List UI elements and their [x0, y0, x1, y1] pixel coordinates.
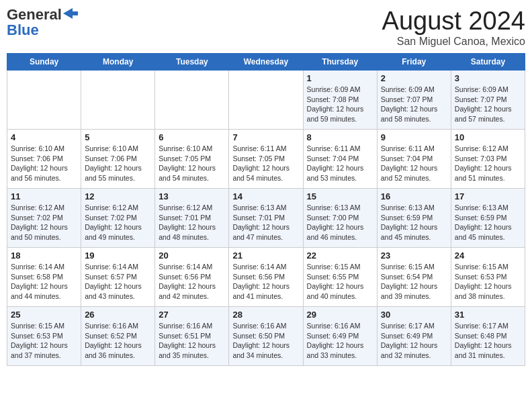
day-number: 24: [455, 250, 521, 261]
calendar-cell: 1Sunrise: 6:09 AMSunset: 7:08 PMDaylight…: [303, 71, 377, 130]
calendar-cell: 11Sunrise: 6:12 AMSunset: 7:02 PMDayligh…: [7, 189, 81, 248]
weekday-header-row: SundayMondayTuesdayWednesdayThursdayFrid…: [7, 54, 525, 71]
day-number: 5: [85, 132, 151, 142]
day-info: Sunrise: 6:14 AMSunset: 6:56 PMDaylight:…: [232, 262, 299, 302]
day-number: 15: [307, 191, 373, 201]
calendar-cell: 14Sunrise: 6:13 AMSunset: 7:01 PMDayligh…: [229, 189, 303, 248]
calendar-cell: 28Sunrise: 6:16 AMSunset: 6:50 PMDayligh…: [229, 307, 303, 366]
day-number: 14: [232, 191, 299, 201]
day-number: 1: [307, 73, 373, 83]
day-number: 20: [159, 250, 225, 261]
weekday-header: Monday: [81, 54, 155, 71]
day-info: Sunrise: 6:15 AMSunset: 6:53 PMDaylight:…: [455, 262, 521, 302]
day-info: Sunrise: 6:13 AMSunset: 7:00 PMDaylight:…: [307, 203, 373, 242]
day-number: 10: [455, 132, 521, 142]
calendar-week-row: 4Sunrise: 6:10 AMSunset: 7:06 PMDaylight…: [7, 130, 525, 189]
calendar-cell: 13Sunrise: 6:12 AMSunset: 7:01 PMDayligh…: [155, 189, 229, 248]
calendar-cell: [7, 71, 81, 130]
day-info: Sunrise: 6:09 AMSunset: 7:08 PMDaylight:…: [307, 85, 373, 124]
calendar-cell: 23Sunrise: 6:15 AMSunset: 6:54 PMDayligh…: [377, 248, 451, 307]
calendar-cell: 16Sunrise: 6:13 AMSunset: 6:59 PMDayligh…: [377, 189, 451, 248]
calendar-cell: 19Sunrise: 6:14 AMSunset: 6:57 PMDayligh…: [81, 248, 155, 307]
day-number: 13: [159, 191, 225, 201]
day-number: 26: [85, 310, 151, 320]
calendar-cell: [155, 71, 229, 130]
day-number: 27: [159, 310, 225, 320]
calendar-cell: 10Sunrise: 6:12 AMSunset: 7:03 PMDayligh…: [451, 130, 525, 189]
day-number: 23: [381, 250, 447, 261]
logo-text: General: [7, 7, 62, 23]
day-number: 29: [307, 310, 373, 320]
calendar-table: SundayMondayTuesdayWednesdayThursdayFrid…: [7, 53, 525, 366]
day-info: Sunrise: 6:16 AMSunset: 6:50 PMDaylight:…: [232, 321, 299, 361]
day-info: Sunrise: 6:12 AMSunset: 7:02 PMDaylight:…: [85, 203, 151, 242]
day-info: Sunrise: 6:12 AMSunset: 7:02 PMDaylight:…: [11, 203, 77, 242]
page-header: General Blue August 2024 San Miguel Cano…: [7, 7, 525, 48]
day-info: Sunrise: 6:14 AMSunset: 6:58 PMDaylight:…: [11, 262, 77, 302]
day-info: Sunrise: 6:13 AMSunset: 6:59 PMDaylight:…: [381, 203, 447, 242]
day-info: Sunrise: 6:17 AMSunset: 6:48 PMDaylight:…: [455, 321, 521, 361]
day-info: Sunrise: 6:12 AMSunset: 7:01 PMDaylight:…: [159, 203, 225, 242]
day-info: Sunrise: 6:15 AMSunset: 6:54 PMDaylight:…: [381, 262, 447, 302]
day-number: 9: [381, 132, 447, 142]
day-info: Sunrise: 6:12 AMSunset: 7:03 PMDaylight:…: [455, 144, 521, 183]
day-info: Sunrise: 6:10 AMSunset: 7:06 PMDaylight:…: [85, 144, 151, 183]
day-info: Sunrise: 6:09 AMSunset: 7:07 PMDaylight:…: [455, 85, 521, 124]
weekday-header: Saturday: [451, 54, 525, 71]
day-info: Sunrise: 6:15 AMSunset: 6:53 PMDaylight:…: [11, 321, 77, 361]
day-number: 6: [159, 132, 225, 142]
day-info: Sunrise: 6:17 AMSunset: 6:49 PMDaylight:…: [381, 321, 447, 361]
calendar-cell: 3Sunrise: 6:09 AMSunset: 7:07 PMDaylight…: [451, 71, 525, 130]
day-info: Sunrise: 6:15 AMSunset: 6:55 PMDaylight:…: [307, 262, 373, 302]
weekday-header: Tuesday: [155, 54, 229, 71]
weekday-header: Wednesday: [229, 54, 303, 71]
calendar-cell: [81, 71, 155, 130]
calendar-week-row: 11Sunrise: 6:12 AMSunset: 7:02 PMDayligh…: [7, 189, 525, 248]
calendar-cell: 22Sunrise: 6:15 AMSunset: 6:55 PMDayligh…: [303, 248, 377, 307]
day-info: Sunrise: 6:13 AMSunset: 6:59 PMDaylight:…: [455, 203, 521, 242]
day-number: 21: [232, 250, 299, 261]
calendar-cell: 7Sunrise: 6:11 AMSunset: 7:05 PMDaylight…: [229, 130, 303, 189]
calendar-cell: 24Sunrise: 6:15 AMSunset: 6:53 PMDayligh…: [451, 248, 525, 307]
weekday-header: Friday: [377, 54, 451, 71]
calendar-cell: 6Sunrise: 6:10 AMSunset: 7:05 PMDaylight…: [155, 130, 229, 189]
calendar-cell: 5Sunrise: 6:10 AMSunset: 7:06 PMDaylight…: [81, 130, 155, 189]
day-info: Sunrise: 6:13 AMSunset: 7:01 PMDaylight:…: [232, 203, 299, 242]
calendar-title: August 2024: [382, 7, 525, 36]
day-number: 8: [307, 132, 373, 142]
logo-blue-text: Blue: [7, 21, 39, 39]
calendar-cell: 18Sunrise: 6:14 AMSunset: 6:58 PMDayligh…: [7, 248, 81, 307]
day-info: Sunrise: 6:09 AMSunset: 7:07 PMDaylight:…: [381, 85, 447, 124]
calendar-cell: 2Sunrise: 6:09 AMSunset: 7:07 PMDaylight…: [377, 71, 451, 130]
day-info: Sunrise: 6:14 AMSunset: 6:57 PMDaylight:…: [85, 262, 151, 302]
day-info: Sunrise: 6:11 AMSunset: 7:05 PMDaylight:…: [232, 144, 299, 183]
calendar-cell: 29Sunrise: 6:16 AMSunset: 6:49 PMDayligh…: [303, 307, 377, 366]
day-number: 3: [455, 73, 521, 83]
day-number: 25: [11, 310, 77, 320]
day-number: 12: [85, 191, 151, 201]
day-number: 28: [232, 310, 299, 320]
weekday-header: Sunday: [7, 54, 81, 71]
calendar-cell: 15Sunrise: 6:13 AMSunset: 7:00 PMDayligh…: [303, 189, 377, 248]
calendar-cell: [229, 71, 303, 130]
day-number: 2: [381, 73, 447, 83]
weekday-header: Thursday: [303, 54, 377, 71]
logo-arrow-icon: [63, 8, 78, 21]
day-info: Sunrise: 6:16 AMSunset: 6:52 PMDaylight:…: [85, 321, 151, 361]
logo: General Blue: [7, 7, 78, 39]
calendar-cell: 20Sunrise: 6:14 AMSunset: 6:56 PMDayligh…: [155, 248, 229, 307]
calendar-cell: 26Sunrise: 6:16 AMSunset: 6:52 PMDayligh…: [81, 307, 155, 366]
calendar-week-row: 1Sunrise: 6:09 AMSunset: 7:08 PMDaylight…: [7, 71, 525, 130]
calendar-week-row: 25Sunrise: 6:15 AMSunset: 6:53 PMDayligh…: [7, 307, 525, 366]
day-number: 18: [11, 250, 77, 261]
day-number: 4: [11, 132, 77, 142]
calendar-subtitle: San Miguel Canoa, Mexico: [382, 36, 525, 48]
day-number: 31: [455, 310, 521, 320]
calendar-cell: 4Sunrise: 6:10 AMSunset: 7:06 PMDaylight…: [7, 130, 81, 189]
day-info: Sunrise: 6:10 AMSunset: 7:06 PMDaylight:…: [11, 144, 77, 183]
calendar-cell: 21Sunrise: 6:14 AMSunset: 6:56 PMDayligh…: [229, 248, 303, 307]
day-number: 16: [381, 191, 447, 201]
calendar-cell: 30Sunrise: 6:17 AMSunset: 6:49 PMDayligh…: [377, 307, 451, 366]
calendar-cell: 17Sunrise: 6:13 AMSunset: 6:59 PMDayligh…: [451, 189, 525, 248]
day-number: 19: [85, 250, 151, 261]
